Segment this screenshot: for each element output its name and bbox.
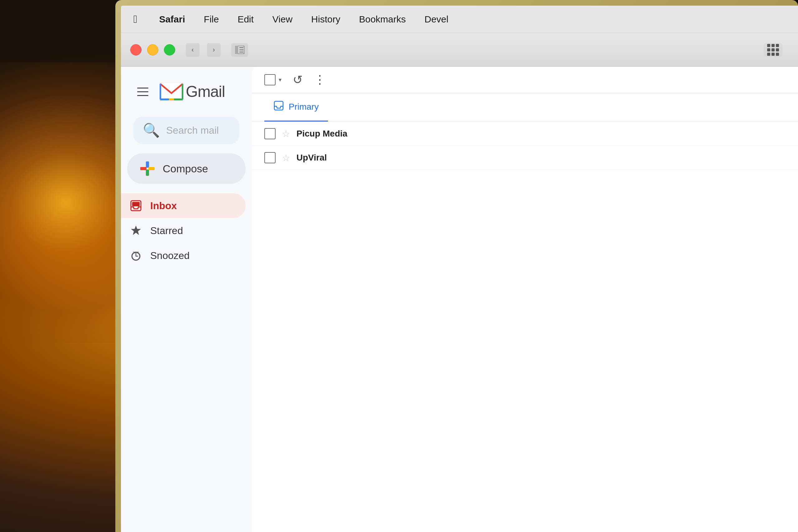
primary-tab-label: Primary <box>289 102 319 112</box>
menubar-view[interactable]: View <box>272 14 292 25</box>
search-area: 🔍 Search mail <box>121 110 252 150</box>
gmail-header: Gmail <box>121 76 252 110</box>
email-list: ☆ Picup Media ☆ UpViral <box>252 122 798 532</box>
gmail-main: ▾ ↻ ⋮ <box>252 67 798 532</box>
svg-rect-13 <box>140 167 147 170</box>
gmail-logo: Gmail <box>159 82 225 101</box>
sender-name-1: Picup Media <box>297 129 359 139</box>
svg-rect-16 <box>132 202 140 206</box>
select-all-checkbox[interactable] <box>264 74 276 86</box>
search-container[interactable]: 🔍 Search mail <box>133 117 240 144</box>
starred-label: Starred <box>150 225 183 236</box>
compose-button[interactable]: Compose <box>127 153 246 184</box>
snoozed-label: Snoozed <box>150 250 190 262</box>
inbox-icon <box>129 199 143 212</box>
nav-item-starred[interactable]: Starred <box>121 218 246 243</box>
email-tabs: Primary <box>252 93 798 122</box>
svg-rect-1 <box>235 46 238 54</box>
sender-name-2: UpViral <box>297 153 359 163</box>
hamburger-line-1 <box>137 88 148 89</box>
email-checkbox-1[interactable] <box>264 128 276 139</box>
menubar-safari[interactable]: Safari <box>159 14 185 25</box>
inbox-label: Inbox <box>150 200 177 212</box>
back-button[interactable]: ‹ <box>186 43 200 57</box>
gmail-app: Gmail 🔍 Search mail <box>121 67 798 532</box>
grid-icon <box>767 44 779 56</box>
svg-marker-17 <box>131 226 140 235</box>
apps-button[interactable] <box>764 43 782 57</box>
menubar-edit[interactable]: Edit <box>238 14 254 25</box>
close-button[interactable] <box>130 44 141 56</box>
primary-tab-icon <box>274 101 284 113</box>
email-star-1[interactable]: ☆ <box>282 128 290 139</box>
starred-icon <box>129 224 143 238</box>
forward-icon: › <box>213 46 215 54</box>
menubar:  Safari File Edit View History Bookmark… <box>121 6 798 33</box>
more-actions-button[interactable]: ⋮ <box>314 73 326 87</box>
nav-item-inbox[interactable]: Inbox <box>121 193 246 218</box>
back-icon: ‹ <box>191 46 194 54</box>
gmail-text-label: Gmail <box>186 82 225 101</box>
menubar-bookmarks[interactable]: Bookmarks <box>359 14 406 25</box>
compose-colorful-plus <box>140 162 155 176</box>
email-star-2[interactable]: ☆ <box>282 152 290 163</box>
email-row-1[interactable]: ☆ Picup Media <box>252 122 798 146</box>
gmail-sidebar: Gmail 🔍 Search mail <box>121 67 252 532</box>
sidebar-toggle-button[interactable] <box>231 43 248 57</box>
hamburger-line-2 <box>137 91 148 92</box>
compose-plus-icon <box>140 161 155 176</box>
hamburger-menu-button[interactable] <box>133 82 152 101</box>
select-dropdown-icon[interactable]: ▾ <box>279 76 282 83</box>
compose-label: Compose <box>163 163 208 175</box>
laptop-body:  Safari File Edit View History Bookmark… <box>115 0 798 532</box>
tab-primary[interactable]: Primary <box>264 93 328 121</box>
screen:  Safari File Edit View History Bookmark… <box>121 6 798 532</box>
menubar-history[interactable]: History <box>311 14 340 25</box>
select-all-area: ▾ <box>264 74 282 86</box>
forward-button[interactable]: › <box>207 43 221 57</box>
email-row-2[interactable]: ☆ UpViral <box>252 146 798 170</box>
laptop-bezel:  Safari File Edit View History Bookmark… <box>115 0 798 532</box>
svg-rect-11 <box>146 162 149 168</box>
search-icon: 🔍 <box>143 122 160 138</box>
svg-rect-12 <box>146 170 149 176</box>
sidebar-toggle-icon <box>235 46 244 54</box>
fullscreen-button[interactable] <box>164 44 175 56</box>
menubar-develop[interactable]: Devel <box>424 14 449 25</box>
svg-rect-14 <box>148 167 155 170</box>
apple-menu[interactable]:  <box>133 13 137 25</box>
gmail-toolbar: ▾ ↻ ⋮ <box>252 67 798 93</box>
email-checkbox-2[interactable] <box>264 152 276 163</box>
menubar-file[interactable]: File <box>204 14 219 25</box>
svg-rect-25 <box>274 101 283 110</box>
search-placeholder-text: Search mail <box>166 125 219 136</box>
refresh-button[interactable]: ↻ <box>293 73 303 87</box>
nav-item-snoozed[interactable]: Snoozed <box>121 243 246 268</box>
hamburger-line-3 <box>137 95 148 96</box>
gmail-m-icon <box>159 82 183 101</box>
traffic-lights <box>130 44 175 56</box>
snoozed-icon <box>129 249 143 262</box>
minimize-button[interactable] <box>147 44 158 56</box>
browser-toolbar: ‹ › <box>121 33 798 67</box>
